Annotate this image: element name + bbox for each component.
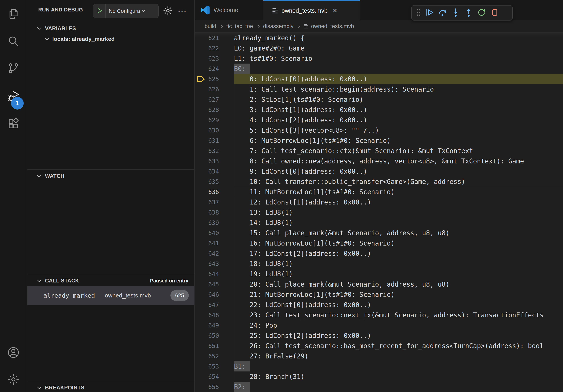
line-number[interactable]: 629 — [206, 117, 219, 124]
line-number[interactable]: 646 — [206, 291, 219, 298]
breakpoint-gutter[interactable] — [195, 197, 206, 207]
section-header-breakpoints[interactable]: BREAKPOINTS — [27, 382, 194, 392]
breakpoint-gutter[interactable] — [195, 300, 206, 310]
breakpoint-gutter[interactable] — [195, 238, 206, 248]
line-number[interactable]: 624 — [206, 65, 219, 72]
code-text[interactable]: 27: BrFalse(29) — [234, 351, 563, 361]
line-number[interactable]: 635 — [206, 178, 219, 185]
breakpoint-gutter[interactable] — [195, 43, 206, 53]
breakpoint-gutter[interactable] — [195, 115, 206, 125]
code-text[interactable]: 18: LdU8(1) — [234, 259, 563, 269]
line-number[interactable]: 649 — [206, 322, 219, 329]
sidebar-item-extensions[interactable] — [0, 114, 27, 135]
line-number[interactable]: 655 — [206, 383, 219, 391]
code-text[interactable]: 14: LdU8(1) — [234, 218, 563, 228]
code-text[interactable]: 13: LdU8(1) — [234, 207, 563, 218]
line-number[interactable]: 647 — [206, 301, 219, 308]
debug-settings-button[interactable] — [162, 6, 173, 17]
code-text[interactable]: already_marked() { — [234, 33, 563, 43]
code-text[interactable]: 5: LdConst[3](vector<u8>: "" /..) — [234, 125, 563, 135]
tab-welcome[interactable]: Welcome — [195, 0, 263, 20]
section-header-call-stack[interactable]: CALL STACK Paused on entry — [27, 275, 194, 286]
step-over-button[interactable] — [436, 7, 449, 19]
code-text[interactable]: 6: MutBorrowLoc[1](ts#1#0: Scenario) — [234, 135, 563, 146]
line-number[interactable]: 625 — [206, 76, 219, 82]
line-number[interactable]: 628 — [206, 106, 219, 113]
step-into-button[interactable] — [449, 7, 462, 19]
breadcrumb-item[interactable]: build — [205, 23, 216, 29]
sidebar-item-search[interactable] — [0, 31, 27, 52]
code-text[interactable]: 19: LdU8(1) — [234, 269, 563, 279]
code-text[interactable]: 21: MutBorrowLoc[1](ts#1#0: Scenario) — [234, 289, 563, 300]
code-text[interactable]: L0: game#2#0: Game — [234, 43, 563, 53]
breakpoint-gutter[interactable] — [195, 105, 206, 115]
breakpoint-gutter[interactable] — [195, 371, 206, 382]
breakpoint-gutter[interactable] — [195, 156, 206, 166]
line-number[interactable]: 644 — [206, 271, 219, 277]
restart-button[interactable] — [475, 7, 488, 19]
manage-button[interactable] — [0, 369, 27, 391]
close-icon[interactable]: ✕ — [332, 8, 337, 14]
breakpoint-gutter[interactable] — [195, 228, 206, 238]
line-number[interactable]: 636 — [206, 188, 219, 196]
code-text[interactable]: 4: LdConst[2](address: 0x00..) — [234, 115, 563, 125]
line-number[interactable]: 632 — [206, 147, 219, 154]
section-header-variables[interactable]: VARIABLES — [27, 23, 194, 34]
breakpoint-gutter[interactable] — [195, 166, 206, 176]
code-text[interactable]: 8: Call owned::new(address, address, vec… — [234, 156, 563, 166]
line-number[interactable]: 627 — [206, 96, 219, 103]
line-number[interactable]: 631 — [206, 137, 219, 144]
breakpoint-gutter[interactable] — [195, 207, 206, 218]
code-text[interactable]: 3: LdConst[1](address: 0x00..) — [234, 105, 563, 115]
breakpoint-gutter[interactable] — [195, 351, 206, 361]
line-number[interactable]: 639 — [206, 219, 219, 226]
line-number[interactable]: 643 — [206, 260, 219, 267]
code-text[interactable]: 26: Call test_scenario::has_most_recent_… — [234, 341, 563, 351]
sidebar-item-run-and-debug[interactable]: 1 — [0, 86, 27, 108]
breadcrumb-item[interactable]: tic_tac_toe — [226, 23, 253, 29]
breakpoint-gutter[interactable] — [195, 259, 206, 269]
line-number[interactable]: 654 — [206, 373, 219, 380]
code-text[interactable]: 24: Pop — [234, 320, 563, 330]
code-text[interactable]: L1: ts#1#0: Scenario — [234, 53, 563, 64]
line-number[interactable]: 622 — [206, 45, 219, 52]
code-text[interactable]: 2: StLoc[1](ts#1#0: Scenario) — [234, 94, 563, 105]
breadcrumb-item[interactable]: owned_tests.mvb — [311, 23, 354, 29]
breakpoint-gutter[interactable] — [195, 94, 206, 105]
breakpoint-gutter[interactable] — [195, 361, 206, 371]
tab-owned-tests[interactable]: owned_tests.mvb ✕ — [263, 0, 360, 20]
line-number[interactable]: 650 — [206, 332, 219, 339]
account-button[interactable] — [0, 342, 27, 364]
step-out-button[interactable] — [462, 7, 475, 19]
variables-scope-locals[interactable]: locals: already_marked — [27, 34, 194, 44]
line-number[interactable]: 621 — [206, 35, 219, 41]
launch-configuration-dropdown[interactable]: No Configura — [93, 4, 159, 18]
breakpoint-gutter[interactable] — [195, 289, 206, 300]
code-text[interactable]: 9: LdConst[0](address: 0x00..) — [234, 166, 563, 176]
code-text[interactable]: 23: Call test_scenario::next_tx(&mut Sce… — [234, 310, 563, 320]
line-number[interactable]: 623 — [206, 55, 219, 62]
line-number[interactable]: 630 — [206, 127, 219, 134]
code-text[interactable]: 0: LdConst[0](address: 0x00..) — [234, 74, 563, 84]
section-header-watch[interactable]: WATCH — [27, 171, 194, 181]
line-number[interactable]: 626 — [206, 86, 219, 93]
code-text[interactable]: B1: — [234, 361, 563, 371]
code-text[interactable]: 12: LdConst[1](address: 0x00..) — [234, 197, 563, 207]
code-text[interactable]: B2: — [234, 382, 563, 392]
code-text[interactable]: 15: Call place_mark(&mut Scenario, addre… — [234, 228, 563, 238]
breakpoint-gutter[interactable] — [195, 218, 206, 228]
code-text[interactable]: 10: Call transfer::public_transfer<Game>… — [234, 176, 563, 187]
line-number[interactable]: 642 — [206, 250, 219, 257]
breakpoint-gutter[interactable] — [195, 279, 206, 289]
breakpoint-gutter[interactable] — [195, 53, 206, 64]
call-stack-frame[interactable]: already_marked owned_tests.mvb 625 — [27, 286, 194, 305]
line-number[interactable]: 638 — [206, 209, 219, 216]
line-number[interactable]: 634 — [206, 168, 219, 175]
code-text[interactable]: 16: MutBorrowLoc[1](ts#1#0: Scenario) — [234, 238, 563, 248]
breakpoint-gutter[interactable] — [195, 146, 206, 156]
line-number[interactable]: 640 — [206, 230, 219, 236]
line-number[interactable]: 645 — [206, 281, 219, 288]
breakpoint-gutter[interactable] — [195, 382, 206, 392]
code-text[interactable]: 20: Call place_mark(&mut Scenario, addre… — [234, 279, 563, 289]
breakpoint-gutter[interactable] — [195, 310, 206, 320]
